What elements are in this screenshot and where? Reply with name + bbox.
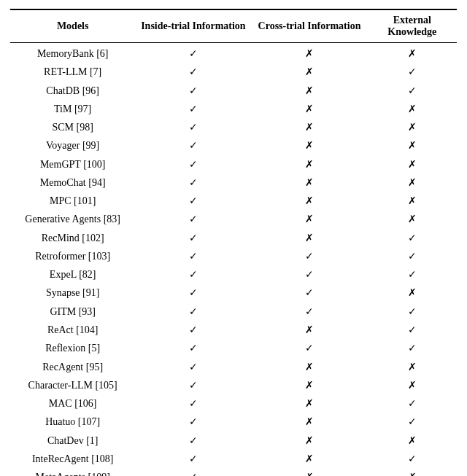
inside-cell: ✓ (135, 63, 251, 82)
inside-cell: ✓ (135, 211, 251, 229)
model-cell: ChatDev [1] (10, 432, 135, 450)
external-cell: ✓ (368, 395, 457, 413)
external-cell: ✗ (368, 43, 457, 64)
table-row: Generative Agents [83]✓✗✗ (10, 211, 457, 229)
header-inside: Inside-trial Information (135, 9, 251, 43)
table-row: MetaAgents [109]✓✗✗ (10, 469, 457, 476)
external-cell: ✗ (368, 155, 457, 173)
table-row: MemoryBank [6]✓✗✗ (10, 43, 457, 64)
external-cell: ✗ (368, 469, 457, 476)
cross-cell: ✓ (251, 340, 367, 358)
model-cell: Character-LLM [105] (10, 377, 135, 395)
external-cell: ✓ (368, 63, 457, 82)
cross-cell: ✗ (251, 358, 367, 376)
inside-cell: ✓ (135, 395, 251, 413)
external-cell: ✗ (368, 174, 457, 192)
header-models: Models (10, 9, 135, 43)
table-row: GITM [93]✓✓✓ (10, 303, 457, 321)
table-row: Reflexion [5]✓✓✓ (10, 340, 457, 358)
table-header-row: Models Inside-trial Information Cross-tr… (10, 9, 457, 43)
model-cell: ChatDB [96] (10, 82, 135, 100)
table-row: Synapse [91]✓✓✗ (10, 284, 457, 303)
cross-cell: ✗ (251, 174, 367, 192)
external-cell: ✗ (368, 284, 457, 303)
model-cell: MAC [106] (10, 395, 135, 413)
external-cell: ✗ (368, 192, 457, 211)
model-cell: TiM [97] (10, 101, 135, 119)
table-row: MPC [101]✓✗✗ (10, 192, 457, 211)
external-cell: ✓ (368, 340, 457, 358)
table-row: RecMind [102]✓✗✓ (10, 229, 457, 247)
model-cell: MemGPT [100] (10, 155, 135, 173)
inside-cell: ✓ (135, 377, 251, 395)
external-cell: ✗ (368, 432, 457, 450)
header-external: External Knowledge (368, 9, 457, 43)
cross-cell: ✗ (251, 450, 367, 469)
external-cell: ✓ (368, 266, 457, 284)
cross-cell: ✗ (251, 211, 367, 229)
model-cell: Reflexion [5] (10, 340, 135, 358)
inside-cell: ✓ (135, 174, 251, 192)
cross-cell: ✗ (251, 43, 367, 64)
table-row: InteRecAgent [108]✓✗✓ (10, 450, 457, 469)
inside-cell: ✓ (135, 155, 251, 173)
cross-cell: ✗ (251, 413, 367, 432)
external-cell: ✗ (368, 101, 457, 119)
external-cell: ✓ (368, 303, 457, 321)
external-cell: ✓ (368, 321, 457, 340)
model-cell: MPC [101] (10, 192, 135, 211)
external-cell: ✓ (368, 413, 457, 432)
inside-cell: ✓ (135, 266, 251, 284)
table-row: MAC [106]✓✗✓ (10, 395, 457, 413)
inside-cell: ✓ (135, 469, 251, 476)
cross-cell: ✗ (251, 63, 367, 82)
model-cell: InteRecAgent [108] (10, 450, 135, 469)
model-cell: GITM [93] (10, 303, 135, 321)
table-row: Huatuo [107]✓✗✓ (10, 413, 457, 432)
table-row: ExpeL [82]✓✓✓ (10, 266, 457, 284)
inside-cell: ✓ (135, 413, 251, 432)
cross-cell: ✗ (251, 377, 367, 395)
table-row: TiM [97]✓✗✗ (10, 101, 457, 119)
model-cell: RecMind [102] (10, 229, 135, 247)
external-cell: ✗ (368, 377, 457, 395)
model-cell: Retroformer [103] (10, 248, 135, 266)
table-row: MemGPT [100]✓✗✗ (10, 155, 457, 173)
external-cell: ✗ (368, 211, 457, 229)
external-cell: ✓ (368, 82, 457, 100)
model-cell: MetaAgents [109] (10, 469, 135, 476)
model-cell: ExpeL [82] (10, 266, 135, 284)
model-cell: SCM [98] (10, 119, 135, 137)
cross-cell: ✓ (251, 248, 367, 266)
inside-cell: ✓ (135, 321, 251, 340)
cross-cell: ✓ (251, 266, 367, 284)
cross-cell: ✗ (251, 119, 367, 137)
inside-cell: ✓ (135, 248, 251, 266)
cross-cell: ✗ (251, 395, 367, 413)
inside-cell: ✓ (135, 303, 251, 321)
cross-cell: ✗ (251, 192, 367, 211)
external-cell: ✓ (368, 450, 457, 469)
inside-cell: ✓ (135, 229, 251, 247)
inside-cell: ✓ (135, 137, 251, 155)
inside-cell: ✓ (135, 340, 251, 358)
table-row: ChatDB [96]✓✗✓ (10, 82, 457, 100)
cross-cell: ✗ (251, 321, 367, 340)
table-row: ChatDev [1]✓✗✗ (10, 432, 457, 450)
table-body: MemoryBank [6]✓✗✗RET-LLM [7]✓✗✓ChatDB [9… (10, 43, 457, 477)
cross-cell: ✗ (251, 432, 367, 450)
table-row: Retroformer [103]✓✓✓ (10, 248, 457, 266)
table-row: SCM [98]✓✗✗ (10, 119, 457, 137)
model-cell: Synapse [91] (10, 284, 135, 303)
model-cell: RET-LLM [7] (10, 63, 135, 82)
cross-cell: ✓ (251, 284, 367, 303)
header-cross: Cross-trial Information (251, 9, 367, 43)
model-cell: Voyager [99] (10, 137, 135, 155)
cross-cell: ✗ (251, 155, 367, 173)
cross-cell: ✗ (251, 137, 367, 155)
model-cell: Generative Agents [83] (10, 211, 135, 229)
model-cell: RecAgent [95] (10, 358, 135, 376)
model-cell: MemoChat [94] (10, 174, 135, 192)
inside-cell: ✓ (135, 101, 251, 119)
external-cell: ✗ (368, 137, 457, 155)
